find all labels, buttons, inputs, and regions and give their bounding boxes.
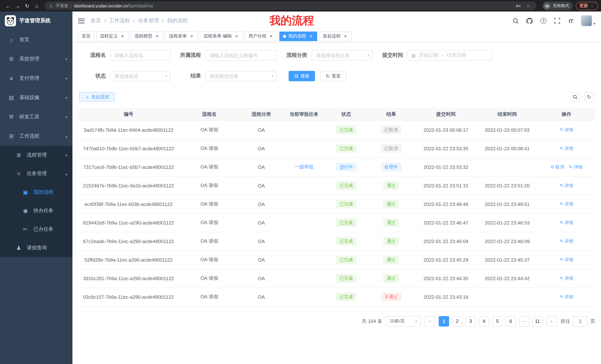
page-2[interactable]: 2 — [452, 316, 462, 326]
table-row: 67c2eaab-7b9a-11ec-a290-acde48001122OA 请… — [78, 232, 595, 250]
start-process-button[interactable]: ＋ 发起流程 — [79, 92, 115, 102]
tab-close-icon[interactable]: × — [269, 34, 274, 39]
sidebar-item-infrastructure[interactable]: ▤ 基础设施 ▾ — [0, 88, 72, 107]
search-button-label: 搜索 — [300, 73, 310, 79]
font-size-icon[interactable]: tT — [567, 17, 575, 25]
page-1[interactable]: 1 — [439, 316, 449, 326]
detail-button[interactable]: ✎详情 — [560, 238, 573, 244]
help-icon[interactable]: ? — [540, 17, 547, 25]
page-6[interactable]: 6 — [506, 316, 516, 326]
next-page-button[interactable]: › — [546, 316, 557, 326]
app-logo[interactable]: 芋道管理系统 — [0, 11, 72, 30]
detail-button[interactable]: ✎详情 — [560, 275, 573, 281]
result-value[interactable] — [205, 71, 277, 81]
page-size-select[interactable]: 10条/页 ▾ — [386, 316, 421, 326]
detail-button[interactable]: ✎详情 — [560, 145, 573, 152]
page-4[interactable]: 4 — [479, 316, 489, 326]
tab-close-icon[interactable]: × — [234, 34, 239, 39]
sidebar-item-todo-tasks[interactable]: ◉ 待办任务 — [0, 201, 72, 220]
detail-button[interactable]: ✎详情 — [569, 164, 582, 170]
tab-流程表单-编辑[interactable]: 流程表单-编辑× — [200, 31, 243, 41]
tab-流程表单[interactable]: 流程表单× — [165, 31, 198, 41]
status-value[interactable] — [110, 71, 170, 81]
search-button[interactable]: 搜索 — [289, 71, 315, 81]
process-name-input[interactable] — [110, 50, 170, 60]
github-icon[interactable] — [526, 17, 533, 25]
sidebar-item-workflow[interactable]: ⊞ 工作流程 ▴ — [0, 126, 72, 146]
cell-process-name: OA 请假 — [179, 121, 240, 139]
sidebar-item-payment-management[interactable]: ¥ 支付管理 ▾ — [0, 69, 72, 88]
goto-page-input[interactable] — [573, 316, 588, 326]
tab-close-icon[interactable]: × — [308, 34, 313, 39]
tab-流程定义[interactable]: 流程定义× — [96, 31, 129, 41]
chevron-up-icon: ▴ — [65, 172, 67, 176]
detail-button[interactable]: ✎详情 — [560, 127, 573, 133]
detail-button[interactable]: ✎详情 — [560, 294, 573, 300]
cell-result: 通过 — [367, 232, 415, 250]
sidebar-item-dev-tools[interactable]: ⚒ 研发工具 ▾ — [0, 107, 72, 126]
column-header-操作: 操作 — [538, 108, 595, 121]
tab-用户分组[interactable]: 用户分组× — [245, 31, 278, 41]
detail-button[interactable]: ✎详情 — [560, 220, 573, 226]
status-tag: 已完成 — [336, 126, 356, 134]
tab-发起流程[interactable]: 发起流程× — [319, 31, 352, 41]
sidebar-item-system-management[interactable]: ⚙ 系统管理 ▾ — [0, 49, 72, 69]
browser-menu-icon[interactable]: ⋮ — [590, 3, 594, 8]
process-definition-input[interactable] — [205, 50, 277, 60]
avatar[interactable] — [581, 15, 592, 26]
refresh-table-button[interactable]: ↻ — [584, 92, 594, 102]
filter-row-2: 状态 ▾ 结果 ▾ — [78, 71, 595, 81]
search-icon[interactable] — [512, 17, 520, 25]
tab-close-icon[interactable]: × — [120, 34, 125, 39]
previous-page-button[interactable]: ‹ — [425, 316, 435, 326]
cell-category: OA — [240, 269, 283, 287]
password-key-icon[interactable] — [514, 2, 522, 10]
page-3[interactable]: 3 — [465, 316, 476, 326]
breadcrumb-home[interactable]: 首页 — [91, 18, 101, 24]
security-label[interactable]: 不安全 — [56, 3, 69, 9]
status-select[interactable]: ▾ — [110, 71, 170, 81]
user-menu[interactable]: ▾ — [581, 15, 595, 26]
detail-button[interactable]: ✎详情 — [560, 182, 573, 189]
collapse-sidebar-icon[interactable] — [78, 18, 85, 23]
sidebar-item-done-tasks[interactable]: ✄ 已办任务 — [0, 220, 72, 239]
sidebar-item-leave-query[interactable]: ♟ 请假查询 — [0, 239, 72, 257]
browser-reload-icon[interactable]: ↻ — [22, 1, 32, 10]
browser-forward-icon[interactable]: → — [13, 1, 22, 10]
process-category-value[interactable] — [312, 50, 372, 60]
browser-update-button[interactable]: 更新 ⋮ — [576, 2, 598, 10]
breadcrumb-workflow[interactable]: 工作流程 — [109, 18, 130, 24]
tab-我的流程[interactable]: 我的流程× — [279, 31, 317, 41]
status-tag: 已完成 — [336, 237, 356, 245]
submit-time-range-picker[interactable]: ▦ 开始日期 - 结束日期 — [408, 50, 492, 60]
result-select[interactable]: ▾ — [205, 71, 277, 81]
bookmark-star-icon[interactable]: ☆ — [524, 2, 532, 10]
current-task-link[interactable]: 一级审批 — [294, 164, 314, 170]
url-text[interactable]: dashboard.yudao.iocoder.cn/bpm/task/my — [74, 3, 153, 8]
tab-首页[interactable]: 首页 — [78, 31, 94, 41]
pagination-more[interactable]: ··· — [519, 316, 529, 326]
toggle-search-button[interactable] — [570, 92, 580, 102]
page-5[interactable]: 5 — [492, 316, 502, 326]
sidebar-item-task-management[interactable]: ⌗ 任务管理 ▴ — [0, 164, 72, 183]
browser-back-icon[interactable]: ← — [3, 1, 13, 10]
result-tag: 通过 — [383, 200, 399, 208]
reset-button[interactable]: ↻ 重置 — [320, 71, 346, 81]
browser-home-icon[interactable]: ⌂ — [32, 1, 42, 10]
tab-流程模型[interactable]: 流程模型× — [131, 31, 163, 41]
process-category-select[interactable]: ▾ — [312, 50, 372, 60]
tab-close-icon[interactable]: × — [189, 34, 194, 39]
fullscreen-icon[interactable] — [553, 17, 561, 25]
sidebar-item-process-management[interactable]: ≣ 流程管理 ▾ — [0, 146, 72, 164]
sidebar-item-my-processes[interactable]: ▣ 我的流程 — [0, 183, 72, 201]
date-range-separator: - — [442, 52, 443, 58]
tab-close-icon[interactable]: × — [155, 34, 160, 39]
address-bar[interactable]: ⚠ 不安全 dashboard.yudao.iocoder.cn/bpm/tas… — [45, 1, 536, 10]
cancel-button[interactable]: ⊘取消 — [551, 164, 564, 170]
page-11[interactable]: 11 — [532, 316, 543, 326]
breadcrumb-task-management[interactable]: 任务管理 — [138, 18, 159, 24]
tab-close-icon[interactable]: × — [343, 34, 348, 39]
detail-button[interactable]: ✎详情 — [560, 257, 573, 263]
sidebar-item-home[interactable]: ⌂ 首页 — [0, 30, 72, 49]
detail-button[interactable]: ✎详情 — [560, 201, 573, 207]
